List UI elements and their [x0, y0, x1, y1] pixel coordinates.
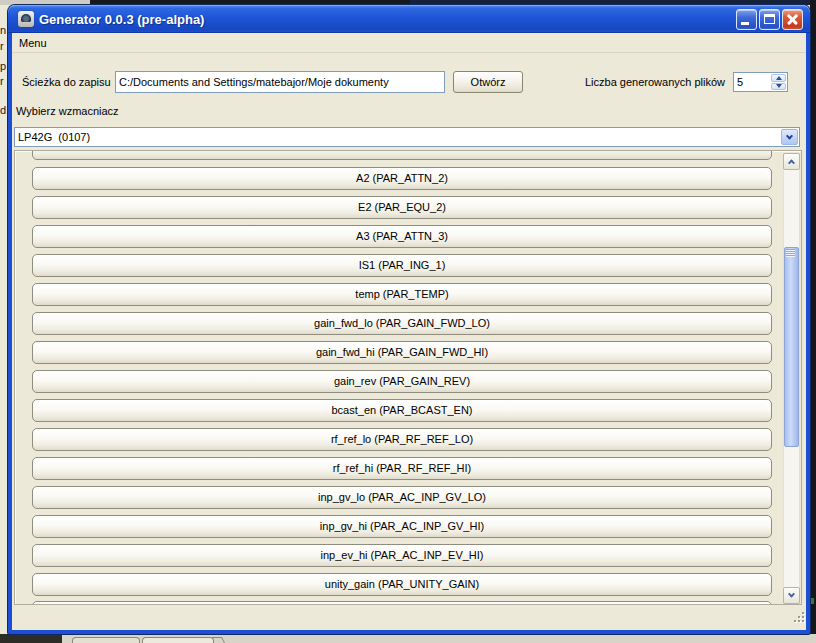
arrow-up-icon	[776, 76, 782, 80]
scroll-down-button[interactable]	[783, 587, 800, 604]
chevron-down-icon	[788, 591, 795, 598]
path-label: Ścieżka do zapisu	[22, 71, 111, 93]
screen: nrprd Generator 0.0.3 (pre-alpha) Menu Ś…	[0, 0, 816, 643]
background-text-fragment: n	[0, 24, 8, 37]
spinner-buttons	[771, 74, 786, 90]
background-dark-block	[0, 634, 62, 643]
background-right-strip	[810, 0, 816, 635]
amplifier-combobox[interactable]: LP42G (0107)	[14, 127, 800, 147]
parameter-button[interactable]: unity_gain (PAR_UNITY_GAIN)	[32, 573, 772, 596]
parameter-button[interactable]: inp_ev_hi (PAR_AC_INP_EV_HI)	[32, 544, 772, 567]
parameter-button[interactable]: bcast_en (PAR_BCAST_EN)	[32, 399, 772, 422]
spinner-down-button[interactable]	[771, 83, 786, 91]
title-bar[interactable]: Generator 0.0.3 (pre-alpha)	[8, 5, 810, 33]
parameter-button[interactable]: rf_ref_lo (PAR_RF_REF_LO)	[32, 428, 772, 451]
parameter-button[interactable]: gain_fwd_lo (PAR_GAIN_FWD_LO)	[32, 312, 772, 335]
window-title: Generator 0.0.3 (pre-alpha)	[39, 12, 736, 27]
generator-window: Generator 0.0.3 (pre-alpha) Menu Ścieżka…	[8, 5, 810, 634]
background-text-fragment: r	[0, 40, 8, 53]
path-input[interactable]	[115, 71, 445, 93]
parameter-button[interactable]: IS1 (PAR_ING_1)	[32, 254, 772, 277]
parameter-button[interactable]: A2 (PAR_ATTN_2)	[32, 167, 772, 190]
close-button[interactable]	[782, 9, 803, 30]
parameter-button[interactable]: rf_ref_hi (PAR_RF_REF_HI)	[32, 457, 772, 480]
file-count-input[interactable]	[734, 73, 770, 91]
vertical-scrollbar[interactable]	[783, 153, 800, 604]
close-icon	[783, 10, 802, 29]
combobox-dropdown-button[interactable]	[781, 129, 798, 145]
parameter-list-panel: A2 (PAR_ATTN_2)E2 (PAR_EQU_2)A3 (PAR_ATT…	[14, 150, 802, 605]
arrow-down-icon	[776, 84, 782, 88]
menu-item-menu[interactable]: Menu	[12, 33, 54, 53]
file-count-label: Liczba generowanych plików	[557, 71, 725, 93]
background-text-fragment: p	[0, 60, 8, 73]
amplifier-label: Wybierz wzmacniacz	[16, 103, 119, 119]
parameter-button[interactable]: A3 (PAR_ATTN_3)	[32, 225, 772, 248]
background-tab	[142, 637, 214, 643]
parameter-button-partial[interactable]	[32, 150, 772, 160]
scrollbar-thumb-grip	[786, 249, 795, 257]
parameter-button[interactable]: inp_gv_hi (PAR_AC_INP_GV_HI)	[32, 515, 772, 538]
resize-grip[interactable]	[792, 611, 806, 625]
amplifier-selected-value: LP42G (0107)	[18, 128, 90, 146]
parameter-button[interactable]: temp (PAR_TEMP)	[32, 283, 772, 306]
minimize-icon	[741, 22, 749, 25]
background-desktop-speck	[811, 598, 814, 604]
background-tab	[72, 637, 140, 643]
chevron-down-icon	[786, 132, 793, 139]
scrollbar-thumb[interactable]	[784, 247, 799, 447]
parameter-button[interactable]: gain_rev (PAR_GAIN_REV)	[32, 370, 772, 393]
background-text-fragment: r	[0, 75, 8, 88]
menu-bar: Menu	[12, 33, 806, 53]
window-content: Ścieżka do zapisu Otwórz Liczba generowa…	[12, 53, 806, 629]
open-button[interactable]: Otwórz	[453, 71, 523, 93]
chevron-up-icon	[788, 159, 795, 166]
parameter-button-partial[interactable]	[32, 601, 772, 605]
file-count-spinner[interactable]	[733, 72, 788, 92]
maximize-button[interactable]	[759, 9, 780, 30]
background-window-behind	[0, 634, 816, 643]
parameter-button[interactable]: gain_fwd_hi (PAR_GAIN_FWD_HI)	[32, 341, 772, 364]
minimize-button[interactable]	[736, 9, 757, 30]
background-text-fragment: d	[0, 104, 8, 117]
background-tab-edge	[212, 637, 226, 643]
scroll-up-button[interactable]	[783, 153, 800, 170]
spinner-up-button[interactable]	[771, 74, 786, 82]
parameter-button[interactable]: E2 (PAR_EQU_2)	[32, 196, 772, 219]
app-icon	[18, 11, 34, 27]
parameter-button[interactable]: inp_gv_lo (PAR_AC_INP_GV_LO)	[32, 486, 772, 509]
maximize-icon	[764, 14, 775, 24]
window-controls	[736, 9, 803, 30]
